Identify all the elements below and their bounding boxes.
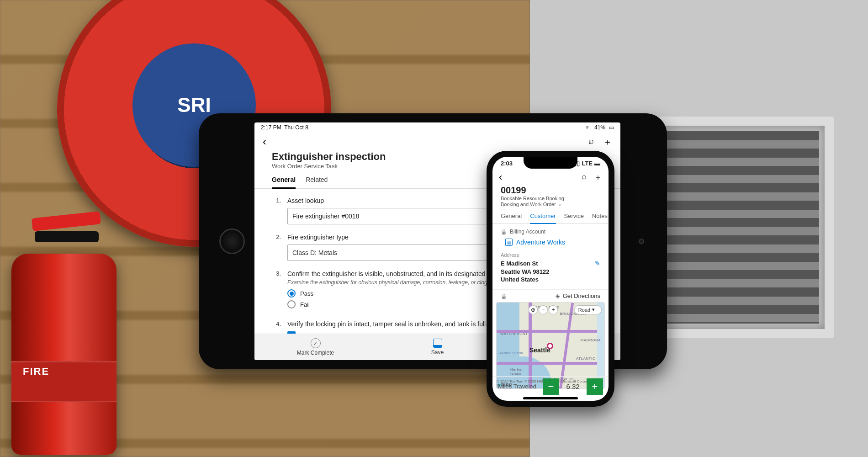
miles-value: 6.32 <box>559 383 587 390</box>
tab-related[interactable]: Related <box>306 176 328 188</box>
extinguisher-type-value: Class D: Metals <box>292 249 337 256</box>
map-layer-select[interactable]: Road▾ <box>574 305 602 314</box>
battery-icon: ▭ <box>609 124 614 131</box>
map-city-label: Seattle <box>529 346 550 354</box>
record-form-selector[interactable]: Booking and Work Order⌄ <box>492 201 609 210</box>
radio-icon[interactable] <box>287 289 296 298</box>
tab-customer[interactable]: Customer <box>530 213 556 224</box>
home-indicator[interactable] <box>523 397 578 399</box>
carrier-label: LTE <box>582 160 593 167</box>
tablet-home-button[interactable] <box>219 228 245 254</box>
edit-icon[interactable]: ✎ <box>595 260 600 267</box>
radio-label: Fail <box>300 301 310 308</box>
record-title: 00199 <box>492 184 609 196</box>
map-zoom-out-button[interactable]: − <box>539 305 548 314</box>
extinguisher-label-text: FIRE <box>23 366 49 377</box>
radio-icon[interactable] <box>287 300 296 308</box>
map-neighborhood: MADRONA <box>581 338 601 342</box>
tab-general[interactable]: General <box>501 213 522 223</box>
tablet-date: Thu Oct 8 <box>284 124 308 131</box>
search-icon[interactable]: ⌕ <box>588 136 594 148</box>
asset-lookup-value: Fire extinguisher #0018 <box>292 213 359 220</box>
mark-complete-button[interactable]: ✓ Mark Complete <box>254 334 376 360</box>
search-icon[interactable]: ⌕ <box>582 172 587 183</box>
button-label: Mark Complete <box>297 350 334 356</box>
lock-icon <box>501 228 507 235</box>
decrement-button[interactable]: − <box>543 378 559 395</box>
map-neighborhood: WATERFRONT <box>500 332 528 336</box>
map-neighborhood: HarborIsland <box>510 367 523 376</box>
phone-time: 2:03 <box>501 160 513 167</box>
miles-label: Miles Traveled <box>498 383 543 390</box>
billing-account-value: Adventure Works <box>516 239 565 246</box>
map-neighborhood: ATLANTIC <box>576 356 595 361</box>
save-icon <box>433 339 442 348</box>
phone-notch <box>524 157 577 169</box>
phone-device: 2:03 ▮▮▮▯ LTE ▬ ‹ ⌕ ＋ 00199 Bookable Res… <box>487 151 614 407</box>
back-button[interactable]: ‹ <box>499 171 502 183</box>
phone-screen: 2:03 ▮▮▮▯ LTE ▬ ‹ ⌕ ＋ 00199 Bookable Res… <box>492 157 609 401</box>
address-label: Address <box>492 250 609 259</box>
map-locate-button[interactable]: ⊕ <box>529 305 538 314</box>
fire-extinguisher <box>11 254 116 455</box>
miles-traveled-row: Miles Traveled − 6.32 + <box>492 376 609 396</box>
battery-icon: ▬ <box>594 160 600 167</box>
save-button[interactable]: Save <box>376 334 498 360</box>
billing-account-link[interactable]: ▤ Adventure Works <box>492 237 609 250</box>
tablet-time: 2:17 PM <box>261 124 281 131</box>
check-circle-icon: ✓ <box>311 338 321 348</box>
phone-tabs: General Customer Service Notes <box>492 210 609 224</box>
directions-row: Get Directions <box>492 289 609 302</box>
add-icon[interactable]: ＋ <box>594 172 602 183</box>
wifi-icon: ᯤ <box>585 124 591 131</box>
map-zoom-in-button[interactable]: + <box>549 305 558 314</box>
directions-icon <box>556 292 560 299</box>
map-water-label: Harbor Island <box>498 351 524 355</box>
add-icon[interactable]: ＋ <box>603 136 612 148</box>
tab-general[interactable]: General <box>272 176 296 189</box>
back-button[interactable]: ‹ <box>263 135 266 148</box>
address-value: E Madison St Seattle WA 98122 United Sta… <box>501 260 549 284</box>
increment-button[interactable]: + <box>587 378 603 395</box>
get-directions-button[interactable]: Get Directions <box>556 292 600 299</box>
tab-service[interactable]: Service <box>564 213 584 223</box>
chevron-down-icon: ⌄ <box>558 201 562 207</box>
chevron-down-icon: ▾ <box>592 307 595 313</box>
lock-icon <box>501 292 507 299</box>
tablet-status-bar: 2:17 PM Thu Oct 8 ᯤ 41% ▭ <box>254 122 620 133</box>
tablet-camera <box>639 239 644 244</box>
billing-account-label: Billing Account <box>492 224 609 237</box>
record-subtitle: Bookable Resource Booking <box>492 196 609 201</box>
button-label: Save <box>431 349 444 356</box>
tablet-battery-text: 41% <box>594 124 605 131</box>
radio-label: Pass <box>300 290 313 297</box>
tab-notes[interactable]: Notes <box>592 213 608 223</box>
account-icon: ▤ <box>505 239 513 246</box>
